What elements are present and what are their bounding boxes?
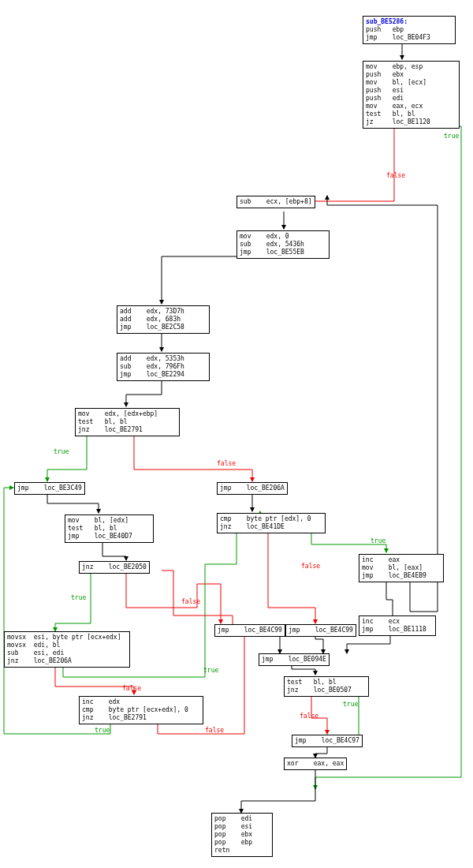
asm: mov bl, [edx]	[68, 517, 128, 524]
node-2: sub ecx, [ebp+8]	[236, 196, 315, 208]
svg-text:false: false	[181, 598, 200, 605]
asm: jmp loc_BE206A	[220, 485, 285, 492]
asm: push esi	[366, 87, 404, 94]
node-15: jmp loc_BE4C99	[214, 624, 285, 637]
node-14: jmp loc_BE4C99	[285, 624, 356, 637]
asm: pop edi	[214, 815, 252, 822]
asm: inc edx	[82, 698, 120, 705]
node-5: add edx, 5353h sub edx, 796Fh jmp loc_BE…	[117, 353, 210, 381]
asm: jnz loc_BE2791	[82, 714, 147, 721]
asm: jmp loc_BE4C99	[218, 627, 282, 634]
asm: jmp loc_BE4EB9	[362, 572, 426, 579]
asm: test bl, bl	[78, 418, 128, 425]
node-12: jmp loc_BE206A	[217, 482, 288, 495]
asm: sub edx, 5436h	[240, 241, 304, 248]
asm: push ebx	[366, 71, 404, 78]
node-11: inc edx cmp byte ptr [ecx+edx], 0 jnz lo…	[79, 696, 203, 724]
asm: mov ebp, esp	[366, 63, 423, 70]
node-13: cmp byte ptr [edx], 0 jnz loc_BE41DE	[217, 513, 326, 533]
node-4: add edx, 73D7h add edx, 683h jmp loc_BE2…	[117, 305, 210, 334]
svg-text:true: true	[95, 727, 110, 734]
svg-text:false: false	[301, 563, 320, 570]
svg-text:true: true	[343, 701, 358, 708]
node-19: xor eax, eax	[284, 758, 347, 770]
node-21: inc eax mov bl, [eax] jmp loc_BE4EB9	[359, 554, 444, 582]
asm: jmp loc_BE1118	[362, 626, 426, 633]
asm: jmp loc_BE04F3	[366, 34, 430, 41]
asm: jmp loc_BE3C49	[17, 485, 82, 492]
node-22: inc ecx jmp loc_BE1118	[359, 615, 436, 636]
asm: xor eax, eax	[287, 760, 344, 767]
asm: jmp loc_BE55EB	[240, 249, 304, 256]
asm: sub ecx, [ebp+8]	[240, 198, 312, 205]
svg-text:false: false	[205, 727, 224, 734]
node-16: jmp loc_BE094E	[259, 653, 330, 666]
node-1: mov ebp, esp push ebx mov bl, [ecx] push…	[363, 61, 460, 129]
asm: pop ebp	[214, 839, 252, 846]
asm: jmp loc_BE2C58	[120, 324, 184, 331]
asm: retn	[214, 847, 229, 854]
node-sub: sub_BE5286: push ebp jmp loc_BE04F3	[363, 16, 456, 44]
asm: jnz loc_BE206A	[7, 657, 72, 664]
asm: jnz loc_BE0507	[287, 687, 352, 694]
node-20: pop edi pop esi pop ebx pop ebp retn	[211, 813, 273, 857]
node-7: jmp loc_BE3C49	[14, 482, 85, 495]
asm: mov eax, ecx	[366, 103, 423, 110]
asm: jnz loc_BE41DE	[220, 523, 285, 530]
asm: add edx, 73D7h	[120, 308, 184, 315]
asm: movsx edi, bl	[7, 642, 60, 649]
svg-text:true: true	[371, 537, 385, 544]
svg-text:true: true	[203, 667, 218, 674]
asm: inc ecx	[362, 618, 400, 625]
svg-text:false: false	[122, 685, 141, 692]
asm: cmp byte ptr [edx], 0	[220, 515, 311, 522]
asm: test bl, bl	[366, 110, 415, 118]
asm: jmp loc_BE40D7	[68, 533, 132, 540]
asm: mov edx, 0	[240, 233, 289, 240]
asm: inc eax	[362, 556, 400, 563]
svg-text:true: true	[54, 448, 69, 455]
svg-text:true: true	[444, 133, 459, 140]
asm: jmp loc_BE4C99	[289, 627, 353, 634]
svg-text:true: true	[71, 594, 86, 601]
svg-text:false: false	[300, 713, 318, 720]
asm: sub esi, edi	[7, 649, 64, 657]
asm: test bl, bl	[287, 679, 337, 686]
node-17: test bl, bl jnz loc_BE0507	[284, 676, 369, 697]
asm: pop esi	[214, 823, 252, 830]
node-8: mov bl, [edx] test bl, bl jmp loc_BE40D7	[65, 514, 154, 543]
node-3: mov edx, 0 sub edx, 5436h jmp loc_BE55EB	[236, 230, 330, 259]
svg-text:false: false	[217, 460, 236, 467]
asm: mov edx, [edx+ebp]	[78, 410, 158, 417]
node-18: jmp loc_BE4C97	[292, 735, 363, 747]
asm: pop ebx	[214, 831, 252, 838]
asm: add edx, 5353h	[120, 355, 184, 362]
asm: add edx, 683h	[120, 316, 181, 323]
asm: jmp loc_BE4C97	[295, 737, 359, 744]
asm: jmp loc_BE094E	[262, 656, 326, 663]
asm: cmp byte ptr [ecx+edx], 0	[82, 706, 188, 713]
asm: jz loc_BE1120	[366, 118, 430, 125]
asm: push edi	[366, 95, 404, 102]
node-6: mov edx, [edx+ebp] test bl, bl jnz loc_B…	[75, 408, 180, 436]
asm: jnz loc_BE2050	[82, 563, 147, 571]
asm: push ebp	[366, 26, 404, 33]
node-10: movsx esi, byte ptr [ecx+edx] movsx edi,…	[4, 631, 130, 668]
sub-label: sub_BE5286:	[366, 18, 408, 25]
asm: sub edx, 796Fh	[120, 363, 184, 370]
asm: jnz loc_BE2791	[78, 426, 143, 433]
asm: movsx esi, byte ptr [ecx+edx]	[7, 634, 121, 641]
asm: jmp loc_BE2294	[120, 371, 184, 378]
asm: mov bl, [ecx]	[366, 79, 426, 86]
node-9: jnz loc_BE2050	[79, 561, 150, 574]
svg-text:false: false	[386, 172, 405, 179]
asm: test bl, bl	[68, 525, 117, 532]
asm: mov bl, [eax]	[362, 564, 423, 571]
